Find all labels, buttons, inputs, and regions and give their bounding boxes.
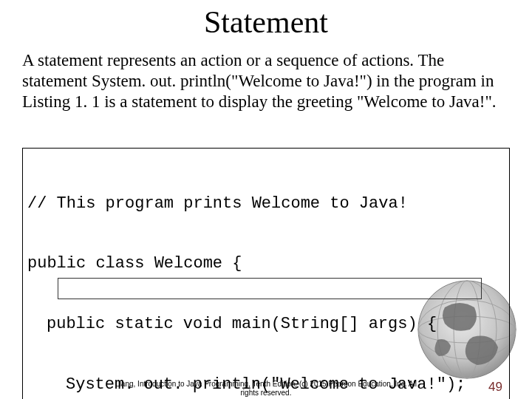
- code-line-4: System. out. println("Welcome to Java!")…: [27, 375, 503, 395]
- slide-title: Statement: [22, 4, 510, 40]
- code-line-2: public class Welcome {: [27, 253, 503, 273]
- slide: Statement A statement represents an acti…: [0, 4, 532, 399]
- body-paragraph: A statement represents an action or a se…: [22, 50, 510, 112]
- code-line-3: public static void main(String[] args) {: [27, 314, 503, 334]
- code-line-1: // This program prints Welcome to Java!: [27, 194, 503, 214]
- code-listing: // This program prints Welcome to Java! …: [22, 148, 510, 399]
